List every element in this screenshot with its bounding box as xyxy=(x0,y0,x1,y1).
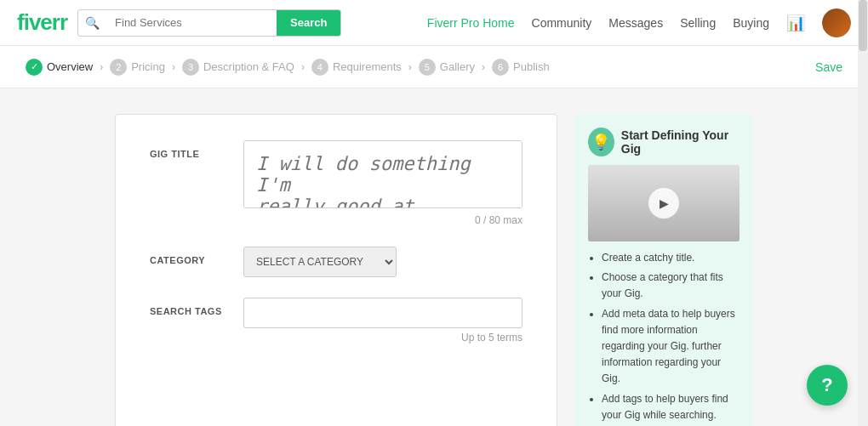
analytics-icon[interactable]: 📊 xyxy=(786,14,805,32)
avatar[interactable] xyxy=(822,9,851,37)
search-icon: 🔍 xyxy=(78,16,106,30)
gig-title-field: 0 / 80 max xyxy=(243,140,523,226)
breadcrumb-bar: ✓ Overview › 2 Pricing › 3 Description &… xyxy=(0,46,868,88)
bulb-icon: 💡 xyxy=(588,128,614,156)
nav-selling[interactable]: Selling xyxy=(680,16,716,30)
step-num-1: ✓ xyxy=(26,59,43,76)
arrow-4: › xyxy=(408,61,412,73)
scrollbar-thumb xyxy=(859,0,867,51)
save-link[interactable]: Save xyxy=(815,60,842,74)
gig-title-input[interactable] xyxy=(243,140,523,208)
arrow-3: › xyxy=(301,61,305,73)
step-publish[interactable]: 6 Publish xyxy=(492,59,550,76)
step-overview[interactable]: ✓ Overview xyxy=(26,59,93,76)
step-description[interactable]: 3 Description & FAQ xyxy=(182,59,294,76)
step-num-4: 4 xyxy=(311,59,328,76)
step-label-requirements: Requirements xyxy=(333,60,402,73)
step-label-publish: Publish xyxy=(513,60,550,73)
char-count: 0 / 80 max xyxy=(243,214,523,226)
play-button[interactable]: ▶ xyxy=(648,188,679,219)
category-select[interactable]: SELECT A CATEGORY Graphics & Design Digi… xyxy=(243,247,397,277)
avatar-image xyxy=(822,9,851,37)
tags-field: Up to 5 terms xyxy=(243,298,523,344)
fiverr-logo[interactable]: fiverr xyxy=(17,9,67,36)
step-num-5: 5 xyxy=(419,59,436,76)
tags-input[interactable] xyxy=(243,298,523,328)
step-label-overview: Overview xyxy=(47,60,93,73)
tip-1: Create a catchy title. xyxy=(602,250,740,266)
sidebar-title: Start Defining Your Gig xyxy=(621,128,740,156)
arrow-5: › xyxy=(482,61,485,73)
tip-4: Add tags to help buyers find your Gig wh… xyxy=(602,391,740,423)
step-label-gallery: Gallery xyxy=(440,60,475,73)
search-bar: 🔍 Search xyxy=(77,9,341,37)
nav-messages[interactable]: Messages xyxy=(608,16,663,30)
category-label: CATEGORY xyxy=(150,247,243,265)
sidebar-info: 💡 Start Defining Your Gig ▶ Create a cat… xyxy=(574,114,753,426)
step-num-6: 6 xyxy=(492,59,509,76)
tip-2: Choose a category that fits your Gig. xyxy=(602,270,740,302)
step-num-2: 2 xyxy=(110,59,127,76)
header-right: Fiverr Pro Home Community Messages Selli… xyxy=(427,9,851,37)
nav-buying[interactable]: Buying xyxy=(733,16,769,30)
step-requirements[interactable]: 4 Requirements xyxy=(311,59,402,76)
nav-pro-home[interactable]: Fiverr Pro Home xyxy=(427,16,515,30)
scrollbar[interactable] xyxy=(858,0,868,426)
header-left: fiverr 🔍 Search xyxy=(17,9,341,37)
category-row: CATEGORY SELECT A CATEGORY Graphics & De… xyxy=(150,247,523,277)
search-input[interactable] xyxy=(106,16,277,29)
main-content: GIG TITLE 0 / 80 max CATEGORY SELECT A C… xyxy=(0,88,868,426)
step-label-pricing: Pricing xyxy=(131,60,165,73)
category-field: SELECT A CATEGORY Graphics & Design Digi… xyxy=(243,247,523,277)
arrow-1: › xyxy=(100,61,103,73)
step-pricing[interactable]: 2 Pricing xyxy=(110,59,165,76)
search-tags-row: SEARCH TAGS Up to 5 terms xyxy=(150,298,523,344)
nav-community[interactable]: Community xyxy=(532,16,592,30)
video-thumbnail[interactable]: ▶ xyxy=(588,165,740,241)
tip-3: Add meta data to help buyers find more i… xyxy=(602,306,740,388)
search-tags-label: SEARCH TAGS xyxy=(150,298,243,316)
step-num-3: 3 xyxy=(182,59,199,76)
step-gallery[interactable]: 5 Gallery xyxy=(419,59,475,76)
sidebar-header: 💡 Start Defining Your Gig xyxy=(588,128,740,156)
step-label-description: Description & FAQ xyxy=(203,60,294,73)
sidebar-tips-list: Create a catchy title. Choose a category… xyxy=(588,250,740,423)
tags-hint: Up to 5 terms xyxy=(243,332,523,344)
search-button[interactable]: Search xyxy=(277,9,340,37)
gig-title-row: GIG TITLE 0 / 80 max xyxy=(150,140,523,226)
arrow-2: › xyxy=(172,61,175,73)
breadcrumb-steps: ✓ Overview › 2 Pricing › 3 Description &… xyxy=(26,59,550,76)
header: fiverr 🔍 Search Fiverr Pro Home Communit… xyxy=(0,0,868,46)
gig-title-label: GIG TITLE xyxy=(150,140,243,159)
form-card: GIG TITLE 0 / 80 max CATEGORY SELECT A C… xyxy=(115,114,557,426)
help-fab[interactable]: ? xyxy=(807,365,848,406)
